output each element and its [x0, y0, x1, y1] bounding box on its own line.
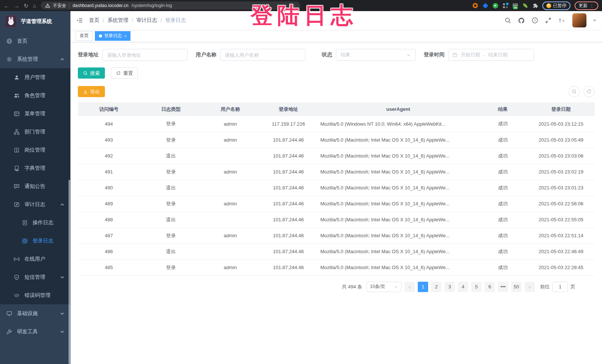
sidebar-item-notice-announcement[interactable]: 通知公告	[0, 177, 70, 195]
table-row[interactable]: 489登录admin101.87.244.46Mozilla/5.0 (Maci…	[78, 196, 595, 212]
sidebar-scrollbar[interactable]	[69, 180, 70, 364]
close-icon[interactable]: ×	[124, 34, 126, 38]
table-row[interactable]: 493登录admin101.87.244.46Mozilla/5.0 (Maci…	[78, 132, 595, 148]
monitor-icon	[6, 310, 13, 317]
table-row[interactable]: 485登录admin101.87.244.46Mozilla/5.0 (Maci…	[78, 259, 595, 275]
sidebar-item-system-management[interactable]: 系统管理	[0, 50, 70, 68]
page-button-6[interactable]: 6	[484, 282, 495, 292]
column-header[interactable]: 登录日期	[527, 102, 595, 116]
sidebar-item-menu-management[interactable]: 菜单管理	[0, 105, 70, 123]
fullscreen-icon[interactable]	[545, 17, 552, 24]
sidebar-item-role-management[interactable]: 角色管理	[0, 86, 70, 105]
search-button[interactable]: 搜索	[78, 67, 105, 79]
kebab-menu-icon[interactable]: ⋮	[589, 3, 594, 9]
sidebar-logo[interactable]: 芋道管理系统	[0, 11, 70, 32]
extension-green-heart-icon[interactable]: ♥	[492, 3, 498, 9]
security-warning-label[interactable]: 不安全	[53, 3, 66, 9]
table-row[interactable]: 488退出101.87.244.46Mozilla/5.0 (Macintosh…	[78, 212, 595, 228]
reset-button[interactable]: 重置	[111, 67, 138, 79]
table-row[interactable]: 490退出101.87.244.46Mozilla/5.0 (Macintosh…	[78, 180, 595, 196]
next-page-button[interactable]: ›	[525, 282, 535, 292]
column-header[interactable]: userAgent	[318, 102, 478, 116]
help-icon[interactable]: ?	[532, 17, 538, 24]
sidebar-item-sms-management[interactable]: 短信管理	[0, 268, 70, 286]
breadcrumb-item[interactable]: 审计日志	[136, 17, 157, 24]
font-size-icon[interactable]: TT	[558, 17, 566, 24]
sidebar-item-home[interactable]: 首页	[0, 32, 70, 50]
github-icon[interactable]	[518, 17, 525, 24]
breadcrumb-item[interactable]: 系统管理	[108, 17, 128, 24]
avatar-caret-icon[interactable]	[593, 20, 596, 21]
extension-leaf-icon[interactable]	[522, 3, 528, 9]
refresh-icon[interactable]	[583, 86, 595, 97]
table-cell: 2021-05-03 23:02:19	[527, 164, 595, 180]
table-cell: Mozilla/5.0 (Windows NT 10.0; Win64; x64…	[318, 116, 478, 132]
url-path: /system/log/login-log	[131, 3, 172, 8]
table-cell: Mozilla/5.0 (Macintosh; Intel Mac OS X 1…	[318, 164, 478, 180]
browser-update-button[interactable]: 更新 ⋮	[575, 1, 598, 10]
browser-home-icon[interactable]: ⌂	[33, 3, 36, 9]
sidebar-item-label: 用户管理	[24, 74, 45, 81]
table-row[interactable]: 486退出101.87.244.46Mozilla/5.0 (Macintosh…	[78, 244, 595, 259]
page-button-3[interactable]: 3	[444, 282, 455, 292]
extension-list-on-icon[interactable]: on	[512, 3, 518, 9]
page-button-4[interactable]: 4	[458, 282, 468, 292]
browser-reload-icon[interactable]: ↻	[24, 3, 29, 9]
column-header[interactable]: 日志类型	[140, 102, 202, 116]
sidebar-item-audit-log[interactable]: 审计日志	[0, 195, 70, 214]
user-avatar[interactable]	[572, 13, 586, 27]
page-size-select[interactable]: 10条/页	[367, 282, 401, 292]
export-button[interactable]: 导出	[78, 86, 105, 97]
sidebar-item-online-user[interactable]: 在线用户	[0, 250, 70, 268]
extension-orange-icon[interactable]	[472, 3, 478, 9]
sidebar-item-post-management[interactable]: 岗位管理	[0, 141, 70, 159]
column-header[interactable]: 用户名称	[202, 102, 259, 116]
sidebar-item-dict-management[interactable]: 字典管理	[0, 159, 70, 177]
column-header[interactable]: 访问编号	[78, 102, 140, 116]
table-cell: 登录	[140, 259, 202, 275]
page-button-2[interactable]: 2	[431, 282, 441, 292]
paused-extension-badge[interactable]: 已暂停	[542, 1, 570, 10]
table-row[interactable]: 487登录admin101.87.244.46Mozilla/5.0 (Maci…	[78, 228, 595, 244]
table-row[interactable]: 494登录admin117.159.17.226Mozilla/5.0 (Win…	[78, 116, 595, 132]
column-header[interactable]: 结果	[478, 102, 527, 116]
table-cell: 2021-05-03 23:12:15	[527, 116, 595, 132]
tab-首页[interactable]: 首页	[76, 31, 93, 41]
extensions-puzzle-icon[interactable]	[532, 3, 538, 9]
tab-登录日志[interactable]: 登录日志×	[95, 31, 130, 41]
extension-grid-icon[interactable]	[502, 3, 508, 9]
sidebar-item-login-log[interactable]: 登录日志	[0, 232, 70, 250]
table-row[interactable]: 491登录admin101.87.244.46Mozilla/5.0 (Maci…	[78, 164, 595, 180]
sidebar-item-error-code-management[interactable]: 错误码管理	[0, 286, 70, 304]
security-warning-icon[interactable]	[45, 3, 50, 8]
column-header[interactable]: 登录地址	[259, 102, 318, 116]
search-icon[interactable]	[505, 17, 511, 24]
svg-text:T: T	[562, 19, 564, 23]
prev-page-button[interactable]: ‹	[404, 282, 415, 292]
browser-forward-icon[interactable]: →	[14, 3, 19, 9]
page-button-50[interactable]: 50	[511, 282, 522, 292]
login-time-range-picker[interactable]: 开始日期 - 结束日期	[448, 49, 534, 61]
bookmark-star-icon[interactable]: ☆	[291, 3, 296, 9]
username-input[interactable]	[220, 49, 305, 61]
browser-address-bar[interactable]: 不安全 dashboard.yudao.iocoder.cn/system/lo…	[41, 1, 300, 10]
sidebar-item-operation-log[interactable]: 操作日志	[0, 214, 70, 232]
user-icon	[13, 74, 20, 81]
toggle-search-icon[interactable]	[569, 86, 580, 97]
breadcrumb-item[interactable]: 首页	[89, 17, 99, 24]
extension-gem-icon[interactable]	[482, 3, 488, 9]
table-row[interactable]: 492退出101.87.244.46Mozilla/5.0 (Macintosh…	[78, 148, 595, 164]
sidebar-item-dev-tools[interactable]: 研发工具	[0, 322, 70, 341]
page-button-•••[interactable]: •••	[498, 282, 508, 292]
login-address-input[interactable]	[102, 49, 188, 61]
sidebar-item-dept-management[interactable]: 部门管理	[0, 123, 70, 141]
browser-back-icon[interactable]: ←	[4, 3, 9, 9]
hamburger-icon[interactable]	[76, 17, 83, 24]
goto-page-input[interactable]	[552, 282, 568, 292]
status-select[interactable]: 结果	[336, 49, 416, 61]
sidebar-item-infrastructure[interactable]: 基础设施	[0, 304, 70, 322]
sidebar-item-user-management[interactable]: 用户管理	[0, 68, 70, 86]
table-cell: 登录	[140, 228, 202, 244]
page-button-1[interactable]: 1	[418, 282, 428, 292]
page-button-5[interactable]: 5	[471, 282, 482, 292]
